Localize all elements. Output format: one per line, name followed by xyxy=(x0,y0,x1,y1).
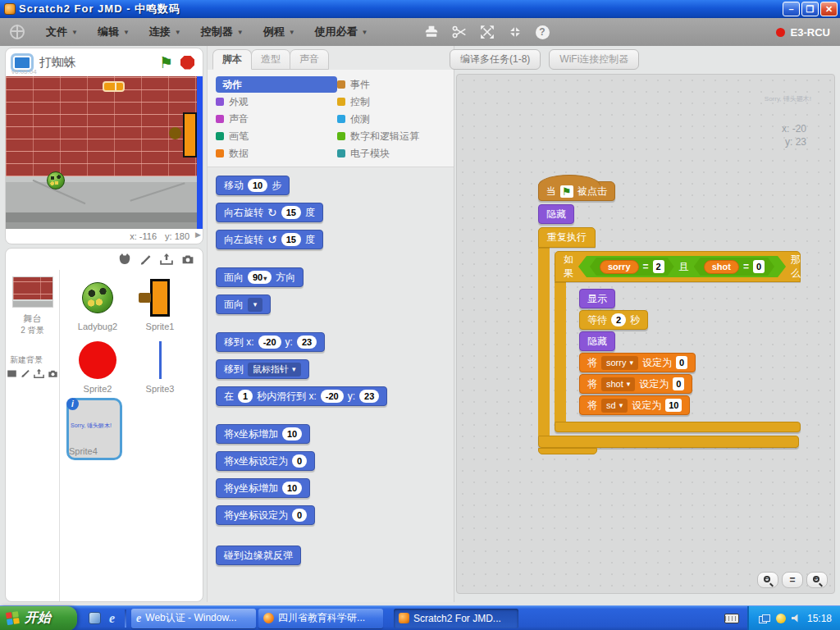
block-change-x[interactable]: 将x坐标增加10 xyxy=(216,424,310,444)
menu-edit[interactable]: 编辑▼ xyxy=(88,18,139,46)
category-motion[interactable]: 动作 xyxy=(216,76,337,93)
y-input[interactable]: 23 xyxy=(359,390,379,403)
language-globe-icon[interactable] xyxy=(10,25,25,39)
messenger-tray-icon[interactable] xyxy=(776,614,786,623)
variable-shot[interactable]: shot xyxy=(704,260,739,274)
sprite-item-sprite3[interactable]: Sprite3 xyxy=(130,339,189,394)
block-change-y[interactable]: 将y坐标增加10 xyxy=(216,478,310,498)
sprite-item-sprite2[interactable]: Sprite2 xyxy=(68,339,127,394)
target-dropdown[interactable] xyxy=(248,298,262,312)
stop-icon[interactable] xyxy=(180,56,194,70)
number-input[interactable]: 0 xyxy=(292,509,307,522)
block-set-variable-sd[interactable]: 将sd设定为10 xyxy=(579,395,690,415)
block-set-variable-shot[interactable]: 将shot设定为0 xyxy=(579,374,692,394)
zoom-in-button[interactable]: + xyxy=(806,572,828,588)
category-pen[interactable]: 画笔 xyxy=(216,128,249,144)
number-input[interactable]: 10 xyxy=(282,427,302,441)
menu-must-read[interactable]: 使用必看▼ xyxy=(305,18,378,46)
menu-connect[interactable]: 连接▼ xyxy=(139,18,191,46)
x-input[interactable]: -20 xyxy=(321,390,344,403)
block-turn-right[interactable]: 向右旋转↻15度 xyxy=(216,203,323,222)
stage-sprite-knob[interactable] xyxy=(169,127,181,139)
camera-sprite-icon[interactable] xyxy=(181,253,194,266)
variable-dropdown[interactable]: shot xyxy=(601,377,635,391)
category-sensing[interactable]: 侦测 xyxy=(337,111,370,127)
block-when-flag-clicked[interactable]: 当 ⚑ 被点击 xyxy=(538,181,615,201)
block-move-steps[interactable]: 移动10步 xyxy=(216,176,290,195)
tab-scripts[interactable]: 脚本 xyxy=(212,49,252,70)
backdrop-camera-icon[interactable] xyxy=(48,368,58,379)
equals-operator[interactable]: sorry = 2 xyxy=(590,258,674,276)
block-wait-secs[interactable]: 等待2秒 xyxy=(579,310,648,330)
volume-tray-icon[interactable] xyxy=(792,614,800,623)
network-tray-icon[interactable] xyxy=(759,614,770,623)
block-set-x[interactable]: 将x坐标设定为0 xyxy=(216,451,315,471)
number-input[interactable]: 15 xyxy=(281,233,301,246)
stage-sprite-ladybug[interactable] xyxy=(47,171,65,189)
block-bounce-on-edge[interactable]: 碰到边缘就反弹 xyxy=(216,546,301,565)
category-sound[interactable]: 声音 xyxy=(216,111,249,127)
variable-dropdown[interactable]: sorry xyxy=(601,356,638,370)
block-turn-left[interactable]: 向左旋转↺15度 xyxy=(216,230,323,249)
scissors-icon[interactable] xyxy=(452,25,467,39)
shrink-icon[interactable] xyxy=(508,25,523,39)
menu-file[interactable]: 文件▼ xyxy=(36,18,88,46)
secs-input[interactable]: 2 xyxy=(611,313,626,326)
block-forever[interactable]: 重复执行 如果 sorry = 2 且 shot xyxy=(538,227,799,454)
backdrop-paint-icon[interactable] xyxy=(21,368,30,378)
variable-dropdown[interactable]: sd xyxy=(601,399,628,413)
stamp-icon[interactable] xyxy=(424,25,439,39)
category-data[interactable]: 数据 xyxy=(216,145,249,162)
block-goto-xy[interactable]: 移到 x:-20y:23 xyxy=(216,332,325,352)
category-operators[interactable]: 数字和逻辑运算 xyxy=(337,128,419,144)
category-emodules[interactable]: 电子模块 xyxy=(337,145,390,162)
sprite-item-ladybug2[interactable]: Ladybug2 xyxy=(68,276,127,331)
menu-controller[interactable]: 控制器▼ xyxy=(191,18,253,46)
number-input[interactable]: 10 xyxy=(248,179,267,192)
wifi-connect-button[interactable]: WiFi连接控制器 xyxy=(549,49,639,70)
green-flag-icon[interactable]: ⚑ xyxy=(159,55,173,71)
block-show[interactable]: 显示 xyxy=(579,289,615,308)
start-button[interactable]: 开始 xyxy=(0,606,77,630)
stage-sprite-hammer[interactable] xyxy=(183,112,197,158)
zoom-reset-button[interactable]: = xyxy=(782,572,803,588)
sprite-item-sprite4-selected[interactable]: i Sorry, 锤头砸木! Sprite4 xyxy=(66,398,122,460)
backdrop-upload-icon[interactable] xyxy=(34,368,44,379)
backdrop-library-icon[interactable] xyxy=(7,368,17,379)
and-operator[interactable]: sorry = 2 且 shot = 0 xyxy=(578,256,786,277)
task-firefox[interactable]: 四川省教育科学研... xyxy=(258,609,383,628)
block-point-towards[interactable]: 面向 xyxy=(216,294,271,314)
fullscreen-icon[interactable] xyxy=(13,56,31,70)
y-input[interactable]: 23 xyxy=(297,336,317,349)
tab-costumes[interactable]: 造型 xyxy=(251,49,290,70)
block-hide[interactable]: 隐藏 xyxy=(538,204,574,224)
value-input[interactable]: 2 xyxy=(653,260,664,273)
category-looks[interactable]: 外观 xyxy=(216,94,249,110)
stage-thumbnail[interactable] xyxy=(12,276,53,308)
task-web-auth[interactable]: e Web认证 - Window... xyxy=(131,609,256,628)
paint-brush-icon[interactable] xyxy=(139,253,152,266)
block-point-direction[interactable]: 面向90方向 xyxy=(216,267,304,287)
block-set-variable-sorry[interactable]: 将sorry设定为0 xyxy=(579,353,696,372)
block-glide[interactable]: 在1秒内滑行到 x:-20y:23 xyxy=(216,386,387,406)
input-method-keyboard-icon[interactable] xyxy=(724,614,739,623)
panel-splitter-arrow-icon[interactable]: ▶ xyxy=(195,231,201,239)
block-goto-mouse[interactable]: 移到鼠标指针 xyxy=(216,359,309,379)
restore-button[interactable]: ❐ xyxy=(801,2,819,16)
minimize-button[interactable]: – xyxy=(783,2,800,16)
sprite-item-sprite1[interactable]: Sprite1 xyxy=(130,276,189,331)
internet-explorer-icon[interactable]: e xyxy=(109,612,115,625)
upload-sprite-icon[interactable] xyxy=(160,253,173,266)
direction-dropdown[interactable]: 90 xyxy=(248,271,272,284)
x-input[interactable]: -20 xyxy=(258,336,281,349)
secs-input[interactable]: 1 xyxy=(238,390,253,403)
compile-multitask-button[interactable]: 编译多任务(1-8) xyxy=(450,49,541,70)
number-input[interactable]: 0 xyxy=(292,454,307,468)
value-input[interactable]: 10 xyxy=(665,399,682,412)
category-control[interactable]: 控制 xyxy=(337,94,370,110)
script-area[interactable]: Sorry, 锤头砸木! x: -20 y: 23 当 ⚑ 被点击 隐藏 重复执… xyxy=(456,74,835,594)
number-input[interactable]: 15 xyxy=(281,206,301,219)
task-scratch2[interactable]: Scratch2 For JMD... xyxy=(394,609,518,628)
block-set-y[interactable]: 将y坐标设定为0 xyxy=(216,505,315,525)
zoom-out-button[interactable]: − xyxy=(757,572,778,588)
